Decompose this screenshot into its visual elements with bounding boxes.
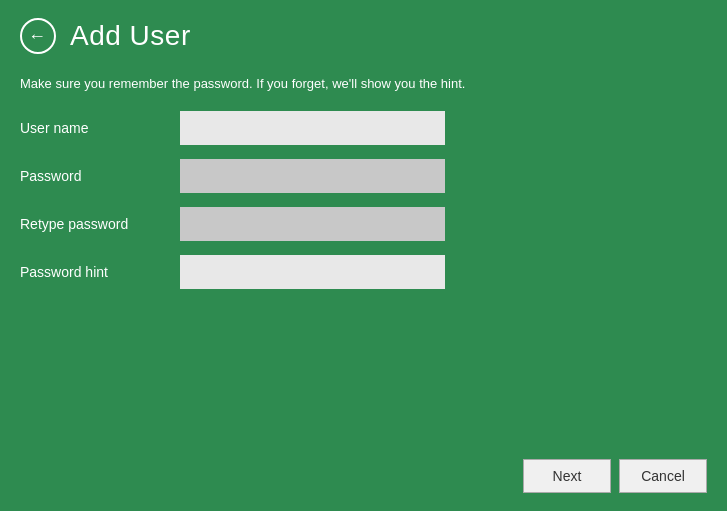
cancel-button[interactable]: Cancel [619, 459, 707, 493]
retype-password-input[interactable] [180, 207, 445, 241]
subtitle-text: Make sure you remember the password. If … [0, 64, 727, 111]
password-hint-input[interactable] [180, 255, 445, 289]
password-hint-row: Password hint [20, 255, 707, 289]
username-input[interactable] [180, 111, 445, 145]
username-row: User name [20, 111, 707, 145]
password-label: Password [20, 168, 180, 184]
retype-password-row: Retype password [20, 207, 707, 241]
retype-password-label: Retype password [20, 216, 180, 232]
password-input[interactable] [180, 159, 445, 193]
back-arrow-icon: ← [28, 27, 46, 45]
password-row: Password [20, 159, 707, 193]
back-button[interactable]: ← [20, 18, 56, 54]
form-container: User name Password Retype password Passw… [0, 111, 727, 289]
page-container: ← Add User Make sure you remember the pa… [0, 0, 727, 511]
password-hint-label: Password hint [20, 264, 180, 280]
footer: Next Cancel [523, 459, 727, 511]
page-title: Add User [70, 20, 191, 52]
header: ← Add User [0, 0, 727, 64]
next-button[interactable]: Next [523, 459, 611, 493]
username-label: User name [20, 120, 180, 136]
